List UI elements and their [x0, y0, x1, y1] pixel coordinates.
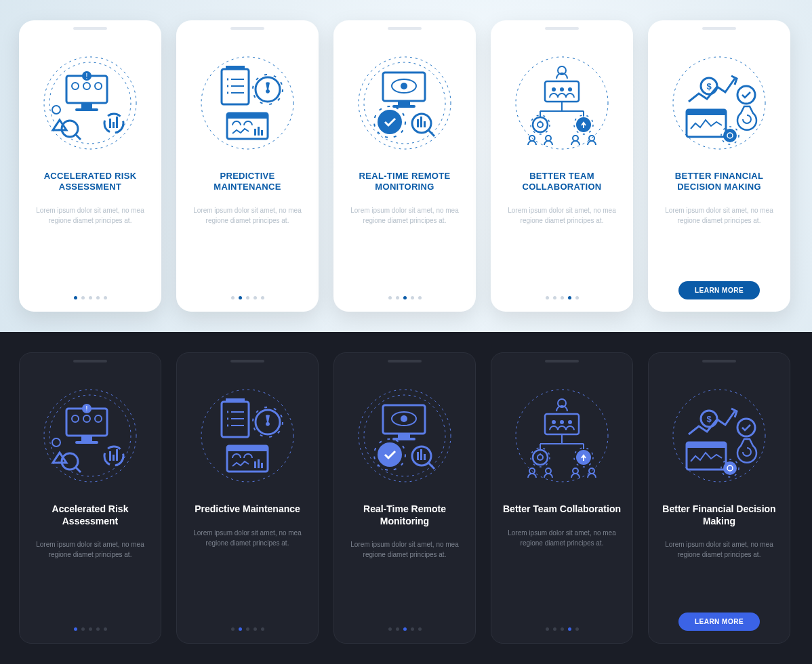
onboarding-card-collaboration: BETTER TEAM COLLABORATION Lorem ipsum do… — [491, 20, 633, 312]
card-title: Better Team Collaboration — [503, 503, 621, 516]
onboarding-card-collaboration: Better Team Collaboration Lorem ipsum do… — [491, 352, 633, 644]
pagination-dots[interactable] — [231, 296, 264, 299]
collaboration-icon — [508, 49, 616, 157]
card-body: Lorem ipsum dolor sit amet, no mea regio… — [30, 205, 150, 226]
monitoring-icon — [350, 49, 459, 157]
pagination-dots[interactable] — [74, 627, 107, 631]
card-title: Predictive Maintenance — [195, 503, 300, 516]
risk-icon — [36, 49, 144, 157]
pagination-dots[interactable] — [74, 296, 107, 299]
onboarding-card-risk: Accelerated Risk Assessment Lorem ipsum … — [19, 352, 161, 644]
dark-theme-row: Accelerated Risk Assessment Lorem ipsum … — [0, 332, 812, 664]
card-title: Better Financial Decision Making — [659, 503, 779, 527]
onboarding-card-maintenance: PREDICTIVE MAINTENANCE Lorem ipsum dolor… — [176, 20, 319, 312]
pagination-dots[interactable] — [546, 296, 579, 299]
light-theme-row: ACCELERATED RISK ASSESSMENT Lorem ipsum … — [0, 0, 812, 332]
card-title: BETTER FINANCIAL DECISION MAKING — [659, 171, 779, 193]
learn-more-button[interactable]: LEARN MORE — [678, 613, 760, 631]
card-body: Lorem ipsum dolor sit amet, no mea regio… — [31, 539, 150, 560]
onboarding-card-monitoring: REAL-TIME REMOTE MONITORING Lorem ipsum … — [333, 20, 476, 312]
maintenance-icon — [193, 49, 302, 157]
pagination-dots[interactable] — [388, 627, 422, 631]
card-body: Lorem ipsum dolor sit amet, no mea regio… — [344, 205, 465, 226]
card-title: BETTER TEAM COLLABORATION — [502, 171, 622, 193]
card-body: Lorem ipsum dolor sit amet, no mea regio… — [659, 205, 779, 226]
card-body: Lorem ipsum dolor sit amet, no mea regio… — [345, 539, 464, 560]
card-title: Real-Time Remote Monitoring — [345, 503, 464, 527]
card-title: ACCELERATED RISK ASSESSMENT — [30, 171, 150, 193]
risk-icon — [36, 381, 144, 490]
financial-icon — [665, 381, 773, 490]
onboarding-card-maintenance: Predictive Maintenance Lorem ipsum dolor… — [176, 352, 319, 644]
maintenance-icon — [193, 381, 302, 490]
pagination-dots[interactable] — [231, 627, 264, 631]
collaboration-icon — [508, 381, 616, 490]
card-title: PREDICTIVE MAINTENANCE — [187, 171, 308, 193]
card-body: Lorem ipsum dolor sit amet, no mea regio… — [188, 528, 307, 548]
card-body: Lorem ipsum dolor sit amet, no mea regio… — [187, 205, 308, 226]
learn-more-button[interactable]: LEARN MORE — [678, 281, 760, 299]
card-body: Lorem ipsum dolor sit amet, no mea regio… — [659, 539, 779, 560]
pagination-dots[interactable] — [388, 296, 422, 299]
card-body: Lorem ipsum dolor sit amet, no mea regio… — [502, 528, 622, 548]
financial-icon — [665, 49, 773, 157]
onboarding-card-financial: BETTER FINANCIAL DECISION MAKING Lorem i… — [648, 20, 790, 312]
onboarding-card-financial: Better Financial Decision Making Lorem i… — [648, 352, 790, 644]
card-body: Lorem ipsum dolor sit amet, no mea regio… — [502, 205, 622, 226]
onboarding-card-monitoring: Real-Time Remote Monitoring Lorem ipsum … — [333, 352, 476, 644]
onboarding-card-risk: ACCELERATED RISK ASSESSMENT Lorem ipsum … — [19, 20, 161, 312]
card-title: REAL-TIME REMOTE MONITORING — [344, 171, 465, 193]
pagination-dots[interactable] — [546, 627, 579, 631]
card-title: Accelerated Risk Assessment — [31, 503, 150, 527]
monitoring-icon — [350, 381, 459, 490]
